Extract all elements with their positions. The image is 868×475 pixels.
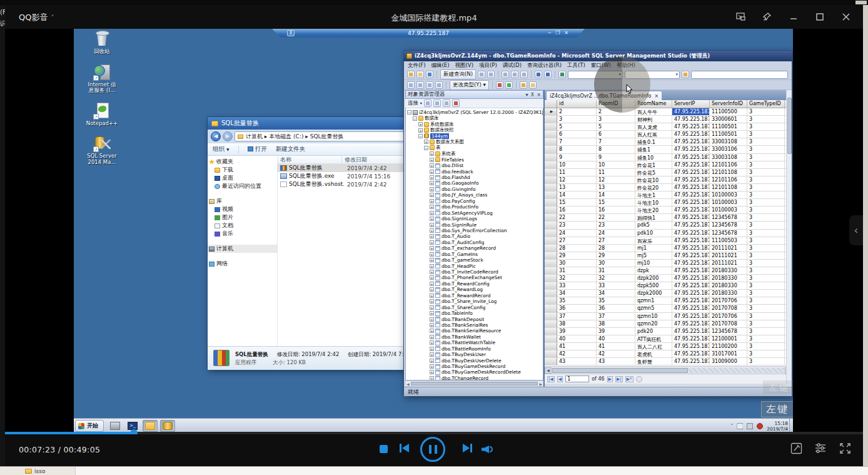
- table-row[interactable]: 3 3 财神到 47.95.225.187 33000601 3 3: [545, 116, 792, 123]
- cell-serverip[interactable]: 47.95.225.187: [672, 358, 710, 365]
- cell-serverinfoid[interactable]: 12345678: [710, 222, 747, 229]
- row-selector[interactable]: [545, 154, 557, 161]
- rdp-minimize-button[interactable]: ─: [548, 30, 551, 36]
- tree-item[interactable]: + dbo.T_ShareConfig: [406, 304, 543, 310]
- tree-item[interactable]: + dbo.ProductInfo: [406, 204, 543, 210]
- cell-serverinfoid[interactable]: 11100500: [710, 108, 747, 116]
- tree-item[interactable]: + dbo.T_RewardRecord: [406, 293, 543, 299]
- cell-roomid[interactable]: 8: [597, 146, 635, 153]
- tree-item[interactable]: + dbo.T_Audio: [406, 233, 543, 239]
- menu-item[interactable]: 查询设计器(R): [527, 62, 562, 69]
- cell-gametypeid[interactable]: 3: [747, 138, 785, 146]
- tree-expander[interactable]: +: [430, 282, 434, 286]
- add-table-icon[interactable]: [529, 81, 537, 89]
- playlist-toggle-button[interactable]: ‹: [849, 215, 863, 245]
- tree-expander[interactable]: +: [430, 163, 434, 168]
- cell-id[interactable]: 5: [557, 123, 597, 131]
- tree-expander[interactable]: +: [430, 181, 434, 185]
- ssms-titlebar[interactable]: iZ4cq3kljmsOvrZ.144ym - dbo.TGameRoomInf…: [404, 51, 792, 61]
- cell-serverip[interactable]: 47.95.225.187: [672, 267, 710, 275]
- tree-expander[interactable]: +: [418, 122, 423, 126]
- tree-expander[interactable]: +: [430, 294, 434, 298]
- explorer-titlebar[interactable]: SQL批量替换: [208, 117, 415, 130]
- cell-serverinfoid[interactable]: 12100001: [710, 335, 747, 343]
- cell-gametypeid[interactable]: 3: [747, 230, 785, 237]
- cell-roomname[interactable]: 鱼虾蟹: [635, 358, 672, 365]
- row-selector[interactable]: [545, 297, 557, 305]
- tree-expander[interactable]: +: [430, 299, 434, 304]
- tree-expander[interactable]: +: [430, 223, 434, 227]
- cell-serverip[interactable]: 47.95.225.187: [672, 207, 710, 214]
- cell-gametypeid[interactable]: 3: [747, 131, 785, 138]
- sidebar-item[interactable]: 网络: [208, 260, 277, 268]
- cell-id[interactable]: 43: [557, 358, 597, 365]
- tree-item[interactable]: + dbo.TBankDeposit: [406, 316, 543, 322]
- cell-gametypeid[interactable]: 3: [747, 237, 785, 245]
- tree-item[interactable]: − 数据库: [406, 115, 543, 121]
- table-row[interactable]: 16 16 斗地主20 47.95.225.187 10100003 3 4: [545, 207, 792, 214]
- query-icon[interactable]: [478, 71, 485, 78]
- table-row[interactable]: 41 41 百人二八杠 47.95.225.187 21100200 3 2: [545, 343, 792, 350]
- cell-id[interactable]: 16: [557, 207, 597, 214]
- cell-gametypeid[interactable]: 3: [747, 184, 785, 192]
- sidebar-item[interactable]: 收藏夹: [208, 158, 277, 166]
- table-row[interactable]: 43 43 鱼虾蟹 47.95.225.187 31009000 3 2: [545, 358, 792, 365]
- cell-gametypeid[interactable]: 3: [747, 290, 785, 297]
- cell-roomname[interactable]: 捕鱼0.1: [635, 138, 672, 146]
- cell-serverinfoid[interactable]: 12101106: [710, 161, 747, 169]
- first-record-button[interactable]: |◀: [547, 376, 555, 382]
- cell-gametypeid[interactable]: 3: [747, 199, 785, 207]
- tree-item[interactable]: + dbo.GivingInfo: [406, 186, 543, 192]
- tree-expander[interactable]: +: [430, 359, 434, 363]
- mini-mode-button[interactable]: [733, 9, 749, 25]
- tree-expander[interactable]: −: [424, 146, 428, 150]
- cell-serverinfoid[interactable]: 11100503: [710, 237, 747, 245]
- cell-serverinfoid[interactable]: 20170708: [710, 305, 747, 312]
- cell-serverip[interactable]: 47.95.225.187: [672, 275, 710, 282]
- cell-serverip[interactable]: 47.95.225.187: [672, 146, 710, 153]
- row-selector[interactable]: [545, 260, 557, 267]
- cell-serverip[interactable]: 47.95.225.187: [672, 313, 710, 320]
- tree-item[interactable]: + dbo.T_AuditConfig: [406, 240, 543, 245]
- cell-id[interactable]: 40: [557, 335, 597, 343]
- cell-roomid[interactable]: 15: [597, 199, 635, 207]
- tree-expander[interactable]: +: [430, 187, 434, 192]
- tree-item[interactable]: − 表: [406, 145, 543, 151]
- scrollbar-thumb[interactable]: [411, 382, 538, 386]
- row-selector[interactable]: [545, 184, 557, 192]
- table-row[interactable]: 39 39 pdk20 47.95.225.187 12345678 3 4: [545, 328, 792, 335]
- table-row[interactable]: 14 14 斗地主1 47.95.225.187 10100003 3 4: [545, 192, 792, 199]
- cell-serverip[interactable]: 47.95.225.187: [672, 138, 710, 146]
- row-selector[interactable]: [545, 350, 557, 358]
- cell-serverinfoid[interactable]: 20180330: [710, 290, 747, 297]
- row-selector[interactable]: [545, 230, 557, 237]
- record-number-input[interactable]: [565, 375, 589, 382]
- column-header-name[interactable]: 名称: [278, 156, 342, 163]
- cell-gametypeid[interactable]: 3: [747, 275, 785, 282]
- tree-expander[interactable]: +: [430, 151, 434, 156]
- cell-serverip[interactable]: 47.95.225.187: [672, 161, 710, 169]
- cell-id[interactable]: 39: [557, 328, 597, 335]
- desktop-icon[interactable]: ↗ 回收站: [81, 30, 123, 55]
- tree-item[interactable]: − 144ym: [406, 133, 543, 139]
- tree-expander[interactable]: +: [430, 252, 434, 257]
- table-row[interactable]: 6 6 百人红黑 47.95.225.187 11100501 3 2: [545, 131, 792, 138]
- tree-item[interactable]: + dbo.T_InviteCodeRecord: [406, 269, 543, 275]
- cell-serverip[interactable]: 47.95.225.187: [672, 297, 710, 305]
- cell-roomid[interactable]: 39: [597, 328, 635, 335]
- tree-expander[interactable]: +: [430, 170, 434, 174]
- rdp-restore-button[interactable]: ❐: [555, 30, 560, 36]
- tree-item[interactable]: + dbo.SetAgencyVIPLog: [406, 210, 543, 215]
- cell-id[interactable]: 38: [557, 320, 597, 328]
- cell-serverip[interactable]: 47.95.225.187: [672, 154, 710, 161]
- cell-roomname[interactable]: qzmn1: [635, 297, 672, 305]
- cell-serverip[interactable]: 47.95.225.187: [672, 237, 710, 245]
- table-row[interactable]: 8 8 捕鱼1 47.95.225.187 33003106 3 1: [545, 146, 792, 153]
- row-selector[interactable]: [545, 192, 557, 199]
- cell-gametypeid[interactable]: 3: [747, 123, 785, 131]
- tree-item[interactable]: + dbo.SignInRule: [406, 222, 543, 227]
- cell-serverinfoid[interactable]: 12101108: [710, 184, 747, 192]
- table-row[interactable]: 42 42 老虎机 47.95.225.187 31017001 3 3: [545, 350, 792, 358]
- sidebar-item[interactable]: 库: [208, 197, 277, 205]
- cell-serverip[interactable]: 47.95.225.187: [672, 245, 710, 252]
